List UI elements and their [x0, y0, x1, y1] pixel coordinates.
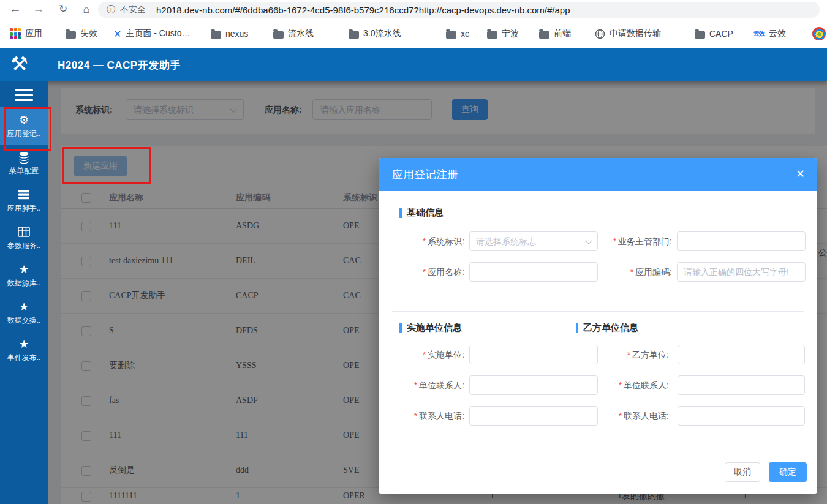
dept-input[interactable] — [677, 231, 806, 251]
confirm-button[interactable]: 确定 — [769, 462, 807, 482]
app-name-label: *应用名称: — [392, 262, 464, 282]
bookmark-apps[interactable]: 应用 — [10, 20, 42, 48]
system-id-label: *系统标识: — [392, 231, 464, 251]
bookmark-pipeline[interactable]: 流水线 — [273, 20, 314, 48]
forward-icon[interactable]: → — [31, 0, 47, 20]
bookmark-xc[interactable]: xc — [446, 20, 469, 48]
app-code-label: *应用编码: — [587, 262, 672, 282]
party-b-unit-input[interactable] — [678, 345, 805, 364]
cancel-button[interactable]: 取消 — [725, 462, 760, 482]
annotation-box-sidebar — [4, 107, 51, 151]
folder-icon — [211, 31, 221, 39]
sidebar-item-event-publish[interactable]: ★ 事件发布.. — [0, 331, 48, 369]
bookmark-yunxiao[interactable]: 云效 云效 — [753, 20, 786, 48]
app-title: H2024 — CACP开发助手 — [58, 58, 181, 72]
folder-icon — [446, 31, 456, 39]
star-icon: ★ — [19, 337, 29, 351]
scaffold-icon — [18, 188, 30, 201]
folder-icon — [273, 31, 284, 39]
screen: ← → ↻ ⌂ ⓘ 不安全 h2018.dev-nb.com/#/6ddba66… — [0, 0, 827, 504]
party-b-unit-label: *乙方单位: — [568, 345, 669, 364]
apps-grid-icon — [10, 28, 21, 39]
party-b-contact-input[interactable] — [678, 375, 805, 395]
bookmark-ningbo[interactable]: 宁波 — [487, 20, 519, 48]
bookmark-nexus[interactable]: nexus — [211, 20, 248, 48]
profile-avatar[interactable] — [812, 27, 826, 40]
grid-icon — [18, 225, 30, 239]
folder-icon — [695, 31, 705, 39]
close-icon[interactable]: ✕ — [796, 167, 805, 181]
dialog-header: 应用登记注册 ✕ — [379, 158, 817, 191]
database-icon — [18, 151, 30, 164]
registration-dialog: 应用登记注册 ✕ 基础信息 *系统标识: 请选择系统标志 *业务主管部门: *应… — [379, 158, 817, 494]
sidebar-item-app-scaffold[interactable]: 应用脚手.. — [0, 182, 48, 219]
section-party-b-unit: 乙方单位信息 — [576, 322, 638, 334]
home-icon[interactable]: ⌂ — [78, 0, 94, 20]
dialog-title: 应用登记注册 — [392, 167, 458, 182]
app-name-input[interactable] — [469, 262, 598, 282]
back-icon[interactable]: ← — [7, 0, 23, 20]
folder-icon — [349, 31, 359, 39]
party-b-phone-input[interactable] — [678, 406, 805, 426]
url-text[interactable]: h2018.dev-nb.com/#/6ddba66b-1672-4cd5-98… — [156, 5, 570, 15]
party-b-contact-label: *单位联系人: — [568, 375, 669, 395]
dept-label: *业务主管部门: — [587, 231, 672, 251]
menu-toggle-icon[interactable] — [15, 89, 33, 104]
url-separator — [151, 6, 151, 15]
info-icon[interactable]: ⓘ — [107, 4, 115, 15]
bookmark-pipeline-30[interactable]: 3.0流水线 — [349, 20, 401, 48]
star-icon: ★ — [19, 300, 29, 314]
star-icon: ★ — [19, 263, 29, 276]
system-id-select[interactable]: 请选择系统标志 — [469, 231, 598, 251]
section-basic-info: 基础信息 — [399, 207, 444, 219]
sidebar-item-data-exchange[interactable]: ★ 数据交换.. — [0, 294, 48, 331]
impl-phone-label: *联系人电话: — [392, 406, 464, 426]
folder-icon — [539, 31, 549, 39]
bookmark-homepage[interactable]: ✕ 主页面 - Custo… — [113, 20, 190, 48]
sidebar-item-datasource[interactable]: ★ 数据源库.. — [0, 257, 48, 294]
browser-toolbar: ← → ↻ ⌂ ⓘ 不安全 h2018.dev-nb.com/#/6ddba66… — [0, 0, 827, 20]
section-impl-unit: 实施单位信息 — [399, 322, 462, 334]
security-label: 不安全 — [120, 4, 146, 15]
impl-contact-label: *单位联系人: — [392, 375, 464, 395]
folder-icon — [66, 31, 76, 39]
bookmark-frontend[interactable]: 前端 — [539, 20, 571, 48]
blue-x-icon: ✕ — [113, 28, 121, 40]
bookmarks-bar: 应用 失效 ✕ 主页面 - Custo… nexus 流水线 3.0流水线 xc — [0, 20, 827, 48]
party-b-phone-label: *联系人电话: — [568, 406, 669, 426]
url-bar[interactable]: ⓘ 不安全 h2018.dev-nb.com/#/6ddba66b-1672-4… — [98, 2, 820, 18]
bookmark-shixiao[interactable]: 失效 — [66, 20, 97, 48]
app-code-input[interactable] — [677, 262, 806, 282]
yunxiao-icon: 云效 — [753, 29, 765, 38]
globe-icon — [595, 29, 605, 39]
app-header: ⚒ H2024 — CACP开发助手 — [0, 48, 827, 81]
folder-icon — [487, 31, 497, 39]
sidebar-item-param-service[interactable]: 参数服务.. — [0, 219, 48, 257]
section-divider — [392, 311, 804, 312]
impl-unit-label: *实施单位: — [392, 345, 464, 364]
bookmark-cacp[interactable]: CACP — [695, 20, 733, 48]
app-logo-icon: ⚒ — [10, 52, 28, 75]
reload-icon[interactable]: ↻ — [55, 0, 71, 20]
bookmark-data-transfer[interactable]: 申请数据传输 — [595, 20, 661, 48]
annotation-box-new-app — [62, 147, 151, 184]
